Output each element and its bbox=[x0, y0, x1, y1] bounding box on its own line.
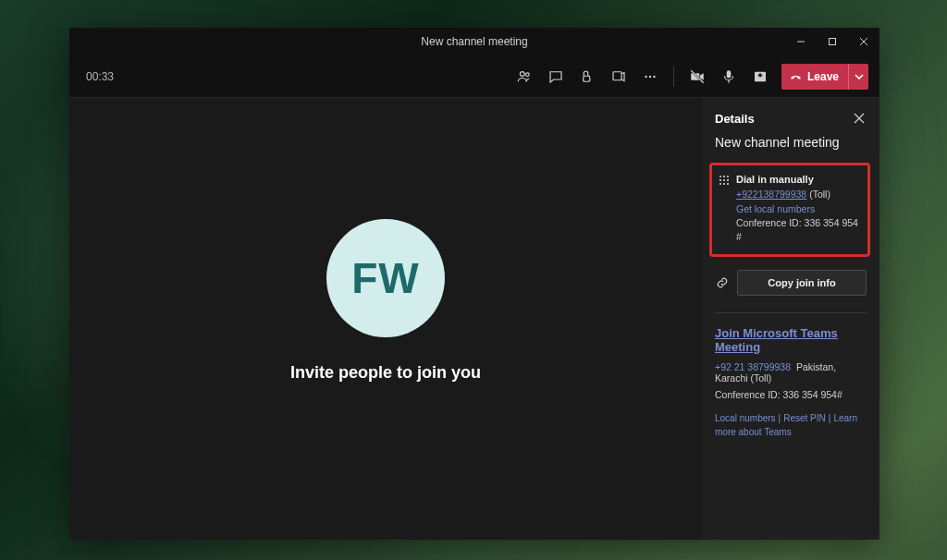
local-numbers-link[interactable]: Local numbers bbox=[715, 413, 776, 423]
toolbar-separator bbox=[673, 67, 674, 87]
share-button[interactable] bbox=[746, 63, 774, 91]
conference-id-2: Conference ID: 336 354 954# bbox=[715, 389, 867, 400]
leave-button[interactable]: Leave bbox=[781, 64, 848, 90]
window-controls bbox=[785, 28, 879, 55]
svg-point-21 bbox=[723, 179, 725, 181]
participant-avatar: FW bbox=[326, 219, 445, 337]
toll-suffix: (Toll) bbox=[806, 189, 830, 200]
svg-rect-1 bbox=[830, 39, 836, 45]
dial-in-box: Dial in manually +922138799938 (Toll) Ge… bbox=[709, 163, 870, 257]
svg-point-19 bbox=[727, 176, 729, 177]
mic-toggle[interactable] bbox=[715, 63, 743, 91]
details-panel: Details New channel meeting Dial in manu… bbox=[702, 98, 879, 540]
dialpad-icon bbox=[718, 173, 731, 245]
small-links: Local numbers|Reset PIN|Learn more about… bbox=[715, 411, 867, 439]
svg-point-23 bbox=[719, 183, 721, 185]
svg-rect-12 bbox=[727, 70, 732, 78]
copy-join-info-button[interactable]: Copy join info bbox=[737, 270, 867, 296]
phone-number-link[interactable]: +92 21 38799938 bbox=[715, 361, 791, 372]
rooms-button[interactable] bbox=[605, 63, 633, 91]
dial-in-heading: Dial in manually bbox=[736, 173, 860, 188]
conference-id: Conference ID: 336 354 954 # bbox=[736, 216, 860, 244]
app-window: New channel meeting 00:33 bbox=[69, 28, 879, 540]
close-panel-button[interactable] bbox=[852, 111, 867, 126]
divider bbox=[715, 312, 867, 313]
close-button[interactable] bbox=[848, 28, 879, 55]
svg-point-22 bbox=[727, 179, 729, 181]
svg-point-20 bbox=[719, 179, 721, 181]
more-actions-button[interactable] bbox=[636, 63, 664, 91]
svg-point-18 bbox=[723, 176, 725, 177]
leave-options-button[interactable] bbox=[848, 64, 868, 90]
titlebar: New channel meeting bbox=[69, 28, 879, 55]
meeting-name: New channel meeting bbox=[715, 135, 867, 150]
phone-row: +92 21 38799938 Pakistan, Karachi (Toll) bbox=[715, 361, 867, 383]
invite-prompt: Invite people to join you bbox=[290, 363, 481, 383]
dial-in-phone-link[interactable]: +922138799938 bbox=[736, 189, 806, 200]
call-timer: 00:33 bbox=[86, 70, 114, 83]
svg-point-25 bbox=[727, 183, 729, 185]
window-title: New channel meeting bbox=[69, 35, 879, 48]
svg-rect-6 bbox=[613, 71, 621, 79]
minimize-button[interactable] bbox=[785, 28, 817, 55]
people-button[interactable] bbox=[510, 63, 538, 91]
stage: FW Invite people to join you bbox=[69, 98, 702, 540]
svg-point-9 bbox=[653, 75, 655, 77]
join-teams-meeting-link[interactable]: Join Microsoft Teams Meeting bbox=[715, 326, 867, 354]
camera-toggle[interactable] bbox=[683, 63, 711, 91]
svg-point-24 bbox=[723, 183, 725, 185]
chat-button[interactable] bbox=[542, 63, 570, 91]
reset-pin-link[interactable]: Reset PIN bbox=[783, 413, 826, 423]
svg-point-17 bbox=[719, 176, 721, 177]
get-local-numbers-link[interactable]: Get local numbers bbox=[736, 202, 860, 216]
reactions-button[interactable] bbox=[573, 63, 601, 91]
body: FW Invite people to join you Details New… bbox=[69, 98, 879, 540]
details-title: Details bbox=[715, 112, 852, 126]
svg-point-7 bbox=[645, 75, 646, 77]
leave-label: Leave bbox=[807, 70, 839, 83]
svg-point-8 bbox=[649, 75, 651, 77]
svg-point-5 bbox=[526, 72, 530, 76]
leave-button-group: Leave bbox=[781, 64, 868, 90]
avatar-initials: FW bbox=[351, 253, 420, 303]
svg-point-4 bbox=[520, 71, 524, 76]
meeting-toolbar: 00:33 Leave bbox=[69, 55, 879, 98]
maximize-button[interactable] bbox=[817, 28, 848, 55]
copy-row: Copy join info bbox=[715, 270, 867, 296]
link-icon bbox=[715, 276, 730, 289]
